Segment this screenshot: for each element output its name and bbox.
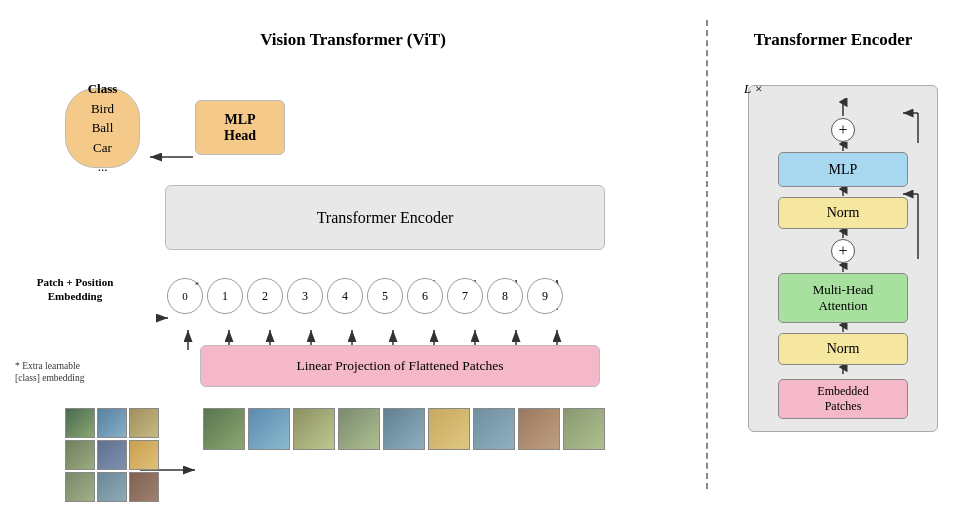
- arrow-btw-1: [833, 142, 853, 152]
- img-patch-5: [428, 408, 470, 450]
- plus-circle-top: +: [831, 118, 855, 142]
- linear-proj-label: Linear Projection of Flattened Patches: [297, 358, 504, 374]
- patch-position-label: Patch + PositionEmbedding: [15, 275, 135, 304]
- img-patch-1: [248, 408, 290, 450]
- t2: 2: [262, 289, 268, 304]
- vit-title: Vision Transformer (ViT): [30, 30, 676, 50]
- skip-arrow-bottom: [868, 189, 923, 264]
- token-9: 9: [527, 278, 563, 314]
- img-patch-6: [473, 408, 515, 450]
- linear-projection-box: Linear Projection of Flattened Patches: [200, 345, 600, 387]
- t9: 9: [542, 289, 548, 304]
- arrow-btw-4: [833, 263, 853, 273]
- enc-norm-bottom: Norm: [778, 333, 908, 365]
- input-images-grid: [65, 408, 159, 502]
- token-3: 3: [287, 278, 323, 314]
- section-divider: [706, 20, 708, 489]
- token-2: 2: [247, 278, 283, 314]
- t5: 5: [382, 289, 388, 304]
- enc-embedded-label: Embedded Patches: [817, 384, 868, 414]
- patch-pos-text: Patch + PositionEmbedding: [37, 276, 114, 302]
- input-img-1: [97, 408, 127, 438]
- input-img-2: [129, 408, 159, 438]
- top-arrow-area: [833, 98, 853, 118]
- input-img-0: [65, 408, 95, 438]
- token-4: 4: [327, 278, 363, 314]
- arrow-btw-6: [833, 365, 853, 375]
- input-img-3: [65, 440, 95, 470]
- img-patch-0: [203, 408, 245, 450]
- token-star: *: [195, 281, 199, 290]
- class-ball: Ball: [92, 120, 114, 135]
- mlp-head-box: MLP Head: [195, 100, 285, 155]
- class-output-box: Class Bird Ball Car ...: [65, 88, 140, 168]
- input-img-6: [65, 472, 95, 502]
- token-1: 1: [207, 278, 243, 314]
- conn-arrow-2: [833, 187, 853, 197]
- input-img-8: [129, 472, 159, 502]
- input-img-4: [97, 440, 127, 470]
- class-bird: Bird: [91, 101, 114, 116]
- class-etc: ...: [98, 159, 108, 174]
- img-patch-8: [563, 408, 605, 450]
- enc-mlp-label: MLP: [829, 162, 858, 178]
- token-0-label: 0: [182, 290, 188, 302]
- img-patch-2: [293, 408, 335, 450]
- plus-top-area: +: [763, 118, 923, 142]
- token-7: 7: [447, 278, 483, 314]
- token-0: 0*: [167, 278, 203, 314]
- plus-top-label: +: [838, 121, 847, 139]
- t1: 1: [222, 289, 228, 304]
- input-img-7: [97, 472, 127, 502]
- t6: 6: [422, 289, 428, 304]
- l-x-label: L ×: [744, 81, 763, 97]
- patch-pos-sublabel: * Extra learnable[class] embedding: [15, 360, 145, 385]
- plus-circle-bottom: +: [831, 239, 855, 263]
- up-arrow-top: [833, 98, 853, 118]
- img-patch-7: [518, 408, 560, 450]
- token-6: 6: [407, 278, 443, 314]
- class-label: Class: [88, 81, 118, 96]
- arrow-btw-2: [833, 187, 853, 197]
- conn-arrow-3: [833, 229, 853, 239]
- img-patch-3: [338, 408, 380, 450]
- plus-bottom-label: +: [838, 242, 847, 260]
- encoder-content: +: [764, 98, 922, 419]
- conn-arrow-5: [833, 323, 853, 333]
- image-patches-row: [203, 408, 605, 450]
- encoder-detail-title: Transformer Encoder: [728, 30, 938, 50]
- skip-arrow-top: [868, 108, 923, 148]
- vit-section: Vision Transformer (ViT): [10, 20, 696, 489]
- conn-arrow-6: [833, 365, 853, 375]
- enc-norm2-label: Norm: [827, 341, 860, 357]
- encoder-detail-box: L × +: [748, 85, 938, 432]
- t3: 3: [302, 289, 308, 304]
- arrow-btw-5: [833, 323, 853, 333]
- token-8: 8: [487, 278, 523, 314]
- sublabel-text: * Extra learnable[class] embedding: [15, 361, 84, 383]
- encoder-section: Transformer Encoder L × +: [718, 20, 948, 489]
- input-img-5: [129, 440, 159, 470]
- t8: 8: [502, 289, 508, 304]
- enc-norm1-label: Norm: [827, 205, 860, 221]
- mlp-head-label: MLP Head: [224, 112, 256, 144]
- t4: 4: [342, 289, 348, 304]
- transformer-encoder-label: Transformer Encoder: [317, 209, 454, 227]
- enc-attention-box: Multi-Head Attention: [778, 273, 908, 323]
- enc-embedded-box: Embedded Patches: [778, 379, 908, 419]
- conn-arrow-4: [833, 263, 853, 273]
- enc-attn-label: Multi-Head Attention: [813, 282, 874, 314]
- enc-mlp-box: MLP: [778, 152, 908, 187]
- class-car: Car: [93, 140, 112, 155]
- main-container: Vision Transformer (ViT): [0, 0, 958, 509]
- img-patch-4: [383, 408, 425, 450]
- t7: 7: [462, 289, 468, 304]
- transformer-encoder-box: Transformer Encoder: [165, 185, 605, 250]
- tokens-row: 0* 1 2 3 4 5 6 7 8 9: [167, 278, 563, 314]
- plus-bottom-area: +: [763, 239, 923, 263]
- arrow-btw-3: [833, 229, 853, 239]
- conn-arrow-1: [833, 142, 853, 152]
- token-5: 5: [367, 278, 403, 314]
